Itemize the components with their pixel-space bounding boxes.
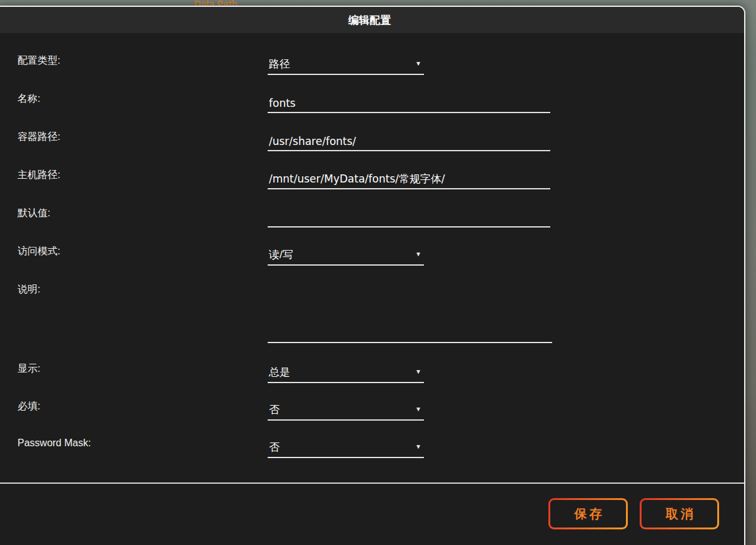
display-value: 总是 bbox=[269, 365, 290, 379]
chevron-down-icon: ▼ bbox=[415, 57, 421, 67]
field-row-config-type: 配置类型: 路径 ▼ bbox=[18, 54, 744, 92]
config-type-value: 路径 bbox=[269, 57, 290, 71]
access-mode-select[interactable]: 读/写 ▼ bbox=[268, 245, 424, 266]
config-type-label: 配置类型: bbox=[18, 54, 268, 68]
container-path-label: 容器路径: bbox=[18, 131, 268, 144]
field-row-password-mask: Password Mask: 否 ▼ bbox=[18, 438, 744, 478]
dialog-header: 编辑配置 bbox=[0, 7, 744, 33]
edit-config-dialog: 编辑配置 配置类型: 路径 ▼ 名称: 容器路径: 主机路径: 默认值: bbox=[0, 6, 745, 545]
field-row-display: 显示: 总是 ▼ bbox=[18, 362, 744, 400]
host-path-label: 主机路径: bbox=[18, 169, 268, 182]
dialog-form: 配置类型: 路径 ▼ 名称: 容器路径: 主机路径: 默认值: bbox=[0, 33, 744, 478]
name-label: 名称: bbox=[18, 92, 268, 106]
cancel-button-label: 取消 bbox=[642, 500, 717, 528]
chevron-down-icon: ▼ bbox=[415, 402, 421, 412]
password-mask-label: Password Mask: bbox=[18, 438, 268, 449]
description-textarea[interactable] bbox=[268, 283, 552, 343]
save-button[interactable]: 保存 bbox=[548, 498, 628, 529]
required-label: 必填: bbox=[18, 400, 268, 413]
field-row-default-value: 默认值: bbox=[18, 207, 744, 245]
access-mode-label: 访问模式: bbox=[18, 245, 268, 258]
chevron-down-icon: ▼ bbox=[415, 440, 421, 450]
container-path-input[interactable] bbox=[268, 131, 550, 151]
field-row-container-path: 容器路径: bbox=[18, 131, 744, 169]
field-row-description: 说明: bbox=[18, 283, 744, 362]
config-type-select[interactable]: 路径 ▼ bbox=[268, 54, 424, 75]
description-label: 说明: bbox=[18, 283, 268, 296]
required-select[interactable]: 否 ▼ bbox=[268, 400, 424, 421]
cancel-button[interactable]: 取消 bbox=[640, 498, 719, 529]
field-row-name: 名称: bbox=[18, 92, 744, 131]
default-value-input[interactable] bbox=[268, 207, 550, 228]
access-mode-value: 读/写 bbox=[269, 248, 293, 262]
field-row-access-mode: 访问模式: 读/写 ▼ bbox=[18, 245, 744, 283]
host-path-input[interactable] bbox=[268, 169, 550, 189]
field-row-host-path: 主机路径: bbox=[18, 169, 744, 207]
chevron-down-icon: ▼ bbox=[415, 365, 421, 375]
name-input[interactable] bbox=[268, 92, 550, 113]
dialog-footer: 保存 取消 bbox=[0, 482, 744, 529]
password-mask-value: 否 bbox=[269, 440, 280, 454]
chevron-down-icon: ▼ bbox=[415, 248, 421, 258]
display-label: 显示: bbox=[18, 362, 268, 376]
password-mask-select[interactable]: 否 ▼ bbox=[268, 438, 424, 458]
required-value: 否 bbox=[269, 402, 280, 417]
field-row-required: 必填: 否 ▼ bbox=[18, 400, 744, 438]
default-value-label: 默认值: bbox=[18, 207, 268, 220]
display-select[interactable]: 总是 ▼ bbox=[268, 362, 424, 383]
footer-buttons: 保存 取消 bbox=[0, 484, 744, 529]
save-button-label: 保存 bbox=[550, 500, 626, 528]
dialog-title: 编辑配置 bbox=[348, 13, 391, 28]
